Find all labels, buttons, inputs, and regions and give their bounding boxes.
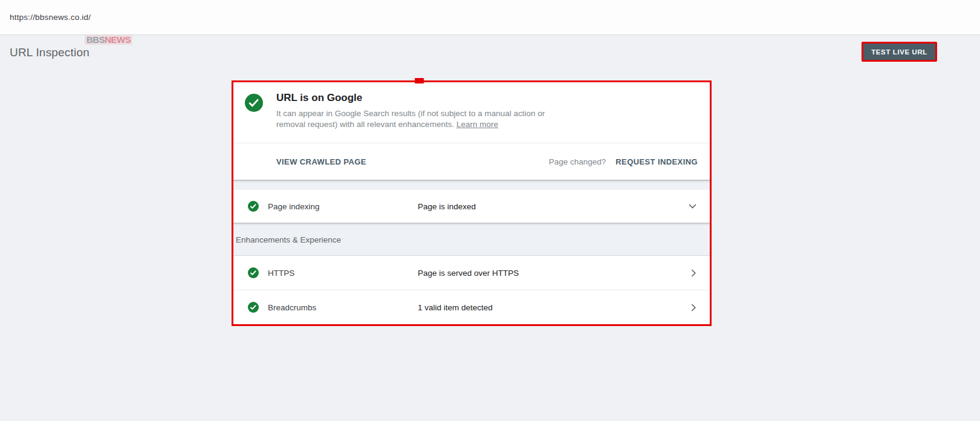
- row-label: Breadcrumbs: [268, 303, 316, 312]
- row-value: 1 valid item detected: [418, 303, 493, 312]
- breadcrumbs-row[interactable]: Breadcrumbs 1 valid item detected: [233, 290, 710, 324]
- green-check-circle-icon: [245, 94, 263, 112]
- enhancements-section-header: Enhancements & Experience: [233, 223, 710, 256]
- status-header: URL is on Google It can appear in Google…: [233, 82, 710, 143]
- view-crawled-page-button[interactable]: VIEW CRAWLED PAGE: [276, 157, 366, 166]
- green-check-circle-icon: [248, 201, 259, 212]
- status-description: It can appear in Google Search results (…: [276, 108, 574, 130]
- page-indexing-row[interactable]: Page indexing Page is indexed: [233, 190, 710, 223]
- row-value: Page is served over HTTPS: [418, 269, 519, 278]
- page-changed-label: Page changed?: [549, 157, 606, 166]
- chevron-down-icon[interactable]: [689, 204, 696, 209]
- bbsnews-watermark: BBSNEWS: [85, 34, 132, 45]
- top-url-bar: https://bbsnews.co.id/: [0, 0, 980, 35]
- chevron-right-icon[interactable]: [691, 269, 696, 277]
- page-title: URL Inspection: [10, 46, 89, 59]
- action-right-group: Page changed? REQUEST INDEXING: [549, 157, 698, 166]
- url-inspection-card: URL is on Google It can appear in Google…: [232, 80, 712, 326]
- action-row: VIEW CRAWLED PAGE Page changed? REQUEST …: [233, 143, 710, 180]
- section-spacer-strip: [233, 180, 710, 190]
- watermark-text-news: NEWS: [105, 34, 131, 45]
- learn-more-link[interactable]: Learn more: [456, 120, 498, 129]
- row-label: Page indexing: [268, 202, 320, 211]
- chevron-right-icon[interactable]: [691, 304, 696, 312]
- inspected-url: https://bbsnews.co.id/: [10, 13, 91, 22]
- row-label: HTTPS: [268, 269, 294, 278]
- request-indexing-button[interactable]: REQUEST INDEXING: [615, 157, 698, 166]
- status-description-text: It can appear in Google Search results (…: [276, 109, 545, 129]
- https-row[interactable]: HTTPS Page is served over HTTPS: [233, 256, 710, 290]
- green-check-circle-icon: [248, 302, 259, 313]
- watermark-text-bbs: BBS: [86, 34, 105, 45]
- green-check-circle-icon: [248, 267, 259, 278]
- row-value: Page is indexed: [418, 202, 476, 211]
- test-live-url-button[interactable]: TEST LIVE URL: [862, 42, 937, 62]
- status-title: URL is on Google: [276, 92, 362, 104]
